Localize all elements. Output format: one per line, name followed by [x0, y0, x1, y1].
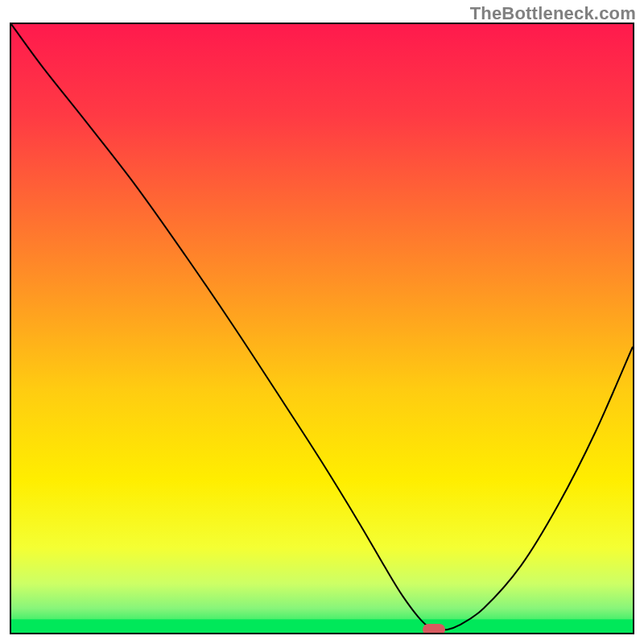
chart-frame	[10, 23, 634, 634]
bottom-green-band	[11, 619, 633, 633]
chart-svg	[11, 24, 633, 633]
gradient-bg	[11, 24, 633, 633]
optimum-marker	[423, 624, 445, 634]
watermark-text: TheBottleneck.com	[470, 3, 636, 24]
